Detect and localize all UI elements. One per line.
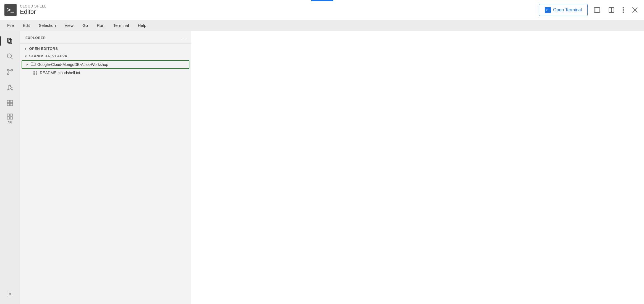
sidebar-divider [20, 43, 191, 44]
workspace-section: ▼ STANIMIRA_VLAEVA ► Google-Cloud-MongoD… [20, 52, 191, 76]
logo: >_ CLOUD SHELL Editor [4, 4, 46, 16]
open-editors-header[interactable]: ► OPEN EDITORS [20, 45, 191, 52]
svg-rect-22 [7, 103, 10, 106]
logo-text: CLOUD SHELL Editor [20, 4, 46, 16]
activity-bar-settings[interactable] [3, 287, 17, 301]
activity-bar-run[interactable] [3, 80, 17, 95]
activity-bar-extensions[interactable] [3, 96, 17, 110]
activity-bar: API [0, 31, 20, 304]
more-options-button[interactable] [621, 5, 626, 15]
svg-point-4 [623, 7, 624, 8]
logo-title: Editor [20, 8, 46, 16]
menu-help[interactable]: Help [134, 22, 150, 29]
editor-area [191, 31, 644, 304]
svg-rect-25 [10, 114, 13, 116]
open-editors-section: ► OPEN EDITORS [20, 45, 191, 52]
svg-rect-26 [7, 117, 10, 119]
svg-rect-30 [36, 71, 37, 73]
activity-bar-api[interactable]: API [3, 111, 17, 126]
open-editors-chevron: ► [24, 47, 27, 50]
header: >_ CLOUD SHELL Editor >_ Open Terminal [0, 0, 644, 20]
folder-chevron: ► [26, 63, 29, 66]
svg-rect-23 [10, 103, 13, 106]
close-button[interactable] [630, 5, 640, 15]
svg-rect-29 [33, 71, 35, 73]
folder-label: Google-Cloud-MongoDB-Atlas-Workshop [37, 62, 108, 67]
menu-run[interactable]: Run [93, 22, 108, 29]
explorer-title: EXPLORER [25, 36, 46, 40]
workspace-header[interactable]: ▼ STANIMIRA_VLAEVA [20, 52, 191, 60]
file-icon [33, 71, 38, 75]
sidebar-explorer: EXPLORER ··· ► OPEN EDITORS ▼ STANIMIRA_… [20, 31, 191, 304]
menu-selection[interactable]: Selection [35, 22, 60, 29]
svg-rect-9 [7, 38, 11, 42]
svg-rect-31 [33, 73, 35, 75]
open-editors-label: OPEN EDITORS [29, 47, 58, 51]
svg-rect-10 [9, 40, 12, 44]
activity-bar-explorer[interactable] [3, 34, 17, 48]
svg-rect-21 [10, 100, 13, 103]
terminal-btn-icon: >_ [545, 7, 551, 13]
api-label: API [7, 121, 12, 124]
activity-bar-search[interactable] [3, 49, 17, 64]
menu-terminal[interactable]: Terminal [109, 22, 133, 29]
menu-edit[interactable]: Edit [19, 22, 34, 29]
activity-bar-source-control[interactable] [3, 65, 17, 79]
menu-file[interactable]: File [3, 22, 18, 29]
svg-point-17 [7, 89, 8, 90]
svg-point-6 [623, 11, 624, 13]
svg-rect-24 [7, 114, 10, 116]
svg-rect-27 [10, 117, 13, 119]
svg-rect-0 [594, 7, 600, 12]
preview-button[interactable] [592, 5, 602, 15]
svg-point-11 [7, 54, 11, 58]
svg-line-12 [11, 58, 12, 59]
svg-point-19 [9, 85, 10, 86]
split-button[interactable] [606, 5, 616, 15]
folder-icon [31, 62, 36, 67]
progress-bar [311, 0, 333, 1]
menu-view[interactable]: View [61, 22, 77, 29]
file-label-readme: README-cloudshell.txt [40, 71, 80, 75]
menubar: File Edit Selection View Go Run Terminal… [0, 20, 644, 31]
file-item-readme[interactable]: README-cloudshell.txt [20, 69, 191, 76]
workspace-chevron: ▼ [24, 55, 27, 58]
main-content: API EXPLORER ··· ► OPEN EDITORS ▼ [0, 31, 644, 304]
explorer-more-button[interactable]: ··· [182, 35, 187, 41]
workspace-label: STANIMIRA_VLAEVA [29, 54, 67, 58]
open-terminal-label: Open Terminal [553, 7, 582, 12]
explorer-header: EXPLORER ··· [20, 31, 191, 43]
svg-point-28 [9, 293, 11, 295]
menu-go[interactable]: Go [79, 22, 92, 29]
logo-icon: >_ [4, 4, 17, 16]
header-actions: >_ Open Terminal [539, 4, 640, 16]
folder-item[interactable]: ► Google-Cloud-MongoDB-Atlas-Workshop [22, 60, 189, 69]
svg-rect-20 [7, 100, 10, 103]
svg-point-18 [11, 89, 12, 90]
logo-subtitle: CLOUD SHELL [20, 4, 46, 8]
svg-point-13 [7, 73, 9, 75]
svg-point-5 [623, 9, 624, 11]
svg-rect-32 [36, 73, 37, 75]
open-terminal-button[interactable]: >_ Open Terminal [539, 4, 588, 16]
